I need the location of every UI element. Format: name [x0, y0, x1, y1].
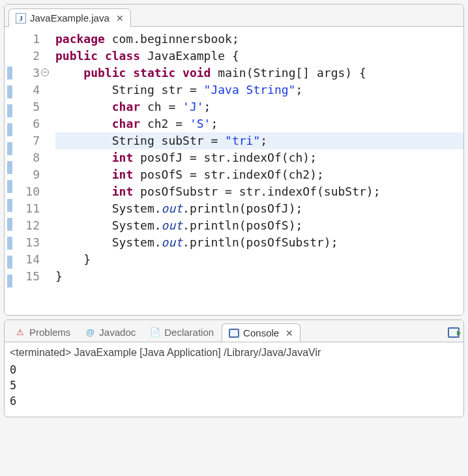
- code-line[interactable]: char ch = 'J';: [55, 98, 463, 115]
- close-console-icon[interactable]: ✕: [285, 328, 293, 338]
- code-line[interactable]: System.out.println(posOfJ);: [55, 200, 463, 217]
- open-console-icon[interactable]: [448, 327, 460, 338]
- line-number: 4: [19, 82, 40, 98]
- code-editor[interactable]: 123−456789101112131415 package com.begin…: [5, 27, 463, 315]
- editor-tab-bar: J JavaExample.java ✕: [5, 5, 463, 27]
- tab-problems[interactable]: ⚠ Problems: [8, 323, 77, 341]
- code-line[interactable]: int posOfS = str.indexOf(ch2);: [55, 166, 463, 183]
- console-output: 056: [10, 362, 458, 409]
- code-line[interactable]: }: [55, 268, 463, 285]
- code-line[interactable]: System.out.println(posOfS);: [55, 217, 463, 234]
- line-number: 12: [19, 217, 40, 234]
- line-number: 6: [19, 115, 40, 132]
- bottom-pane: ⚠ Problems @ Javadoc 📄 Declaration Conso…: [4, 320, 464, 417]
- tab-console[interactable]: Console ✕: [222, 323, 300, 342]
- code-line[interactable]: package com.beginnersbook;: [55, 31, 463, 48]
- code-line[interactable]: }: [55, 251, 463, 268]
- console-status-line: <terminated> JavaExample [Java Applicati…: [10, 345, 458, 361]
- line-number: 8: [19, 149, 40, 166]
- tab-declaration-label: Declaration: [164, 327, 214, 338]
- left-gutter: [5, 31, 19, 308]
- line-number: 2: [19, 48, 40, 65]
- problems-icon: ⚠: [15, 327, 25, 338]
- code-line[interactable]: System.out.println(posOfSubstr);: [55, 234, 463, 251]
- fold-toggle-icon[interactable]: −: [41, 68, 49, 76]
- line-number: 3−: [19, 65, 40, 82]
- line-number: 15: [19, 268, 40, 285]
- console-line: 0: [10, 362, 458, 378]
- code-line[interactable]: public static void main(String[] args) {: [55, 65, 463, 82]
- code-line[interactable]: String str = "Java String";: [55, 82, 463, 98]
- line-number: 5: [19, 98, 40, 115]
- console-line: 6: [10, 393, 458, 409]
- console-icon: [229, 329, 239, 338]
- line-number: 7: [19, 132, 40, 149]
- line-number: 9: [19, 166, 40, 183]
- line-number: 1: [19, 31, 40, 48]
- code-line[interactable]: int posOfJ = str.indexOf(ch);: [55, 149, 463, 166]
- editor-tab[interactable]: J JavaExample.java ✕: [8, 8, 131, 27]
- declaration-icon: 📄: [150, 327, 160, 338]
- line-number: 11: [19, 200, 40, 217]
- code-line[interactable]: public class JavaExample {: [55, 48, 463, 65]
- close-tab-icon[interactable]: ✕: [116, 13, 124, 23]
- tab-javadoc[interactable]: @ Javadoc: [78, 323, 142, 341]
- tab-console-label: Console: [243, 327, 279, 338]
- line-number: 13: [19, 234, 40, 251]
- bottom-tab-bar: ⚠ Problems @ Javadoc 📄 Declaration Conso…: [5, 320, 463, 342]
- code-content[interactable]: package com.beginnersbook;public class J…: [44, 31, 463, 308]
- line-number: 14: [19, 251, 40, 268]
- tab-problems-label: Problems: [29, 327, 70, 338]
- editor-pane: J JavaExample.java ✕ 123−456789101112131…: [4, 4, 464, 316]
- code-line[interactable]: char ch2 = 'S';: [55, 115, 463, 132]
- code-line[interactable]: String subStr = "tri";: [55, 132, 463, 149]
- javadoc-icon: @: [85, 327, 95, 338]
- line-number: 10: [19, 183, 40, 200]
- java-file-icon: J: [16, 13, 26, 23]
- editor-tab-filename: JavaExample.java: [30, 12, 110, 23]
- console-body[interactable]: <terminated> JavaExample [Java Applicati…: [5, 342, 463, 417]
- code-line[interactable]: int posOfSubstr = str.indexOf(subStr);: [55, 183, 463, 200]
- tab-declaration[interactable]: 📄 Declaration: [143, 323, 220, 341]
- console-line: 5: [10, 378, 458, 393]
- line-number-ruler[interactable]: 123−456789101112131415: [19, 31, 44, 308]
- tab-javadoc-label: Javadoc: [99, 327, 136, 338]
